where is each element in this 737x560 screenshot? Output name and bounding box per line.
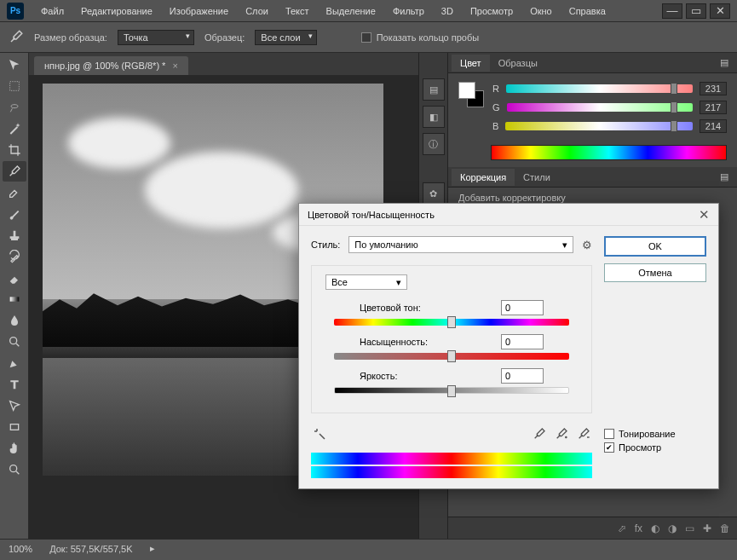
link-layers-icon[interactable]: ⬀ (618, 522, 626, 534)
zoom-level[interactable]: 100% (9, 544, 32, 554)
color-spectrum[interactable] (491, 145, 727, 160)
hue-slider[interactable] (334, 319, 569, 326)
foreground-color-swatch[interactable] (458, 82, 475, 99)
close-button[interactable]: ✕ (710, 3, 730, 19)
delete-layer-icon[interactable]: 🗑 (720, 522, 730, 534)
menu-type[interactable]: Текст (277, 3, 318, 20)
colorize-label: Тонирование (619, 429, 676, 439)
hand-tool[interactable] (3, 438, 26, 459)
colorize-checkbox[interactable] (604, 429, 614, 439)
lightness-label: Яркость: (360, 371, 397, 381)
status-bar: 100% Док: 557,5K/557,5K ▸ (0, 539, 737, 557)
eyedropper-sample-icon[interactable] (531, 425, 548, 442)
eyedropper-tool[interactable] (3, 161, 26, 182)
svg-point-4 (9, 465, 16, 472)
dodge-tool[interactable] (3, 332, 26, 352)
properties-panel-button[interactable]: ◧ (423, 106, 445, 128)
hue-input[interactable] (501, 300, 544, 315)
menu-filter[interactable]: Фильтр (384, 3, 433, 20)
preset-dropdown[interactable]: По умолчанию (348, 236, 573, 253)
sample-size-dropdown[interactable]: Точка (118, 30, 194, 45)
sample-source-dropdown[interactable]: Все слои (255, 30, 316, 45)
eyedropper-subtract-icon[interactable] (575, 425, 592, 442)
minimize-button[interactable]: — (662, 3, 682, 19)
r-slider[interactable] (506, 84, 693, 93)
menu-window[interactable]: Окно (521, 3, 561, 20)
hue-range-bar-top[interactable] (311, 453, 592, 465)
preset-label: Стиль: (311, 240, 340, 250)
dialog-close-icon[interactable]: ✕ (699, 207, 710, 222)
preview-label: Просмотр (619, 442, 661, 453)
targeted-adjust-icon[interactable] (311, 425, 328, 442)
history-brush-tool[interactable] (3, 246, 26, 267)
move-tool[interactable] (3, 55, 26, 75)
ok-button[interactable]: OK (604, 236, 706, 257)
menu-select[interactable]: Выделение (318, 3, 384, 20)
lightness-input[interactable] (501, 368, 544, 384)
status-chevron-icon[interactable]: ▸ (150, 543, 155, 554)
b-value[interactable]: 214 (700, 119, 727, 133)
menu-help[interactable]: Справка (561, 3, 614, 20)
styles-tab[interactable]: Стили (515, 169, 559, 186)
layer-fx-icon[interactable]: fx (635, 522, 642, 534)
history-panel-button[interactable]: ▤ (423, 78, 445, 101)
r-value[interactable]: 231 (700, 82, 727, 95)
g-value[interactable]: 217 (700, 101, 727, 114)
adjustments-tab[interactable]: Коррекция (452, 169, 515, 186)
hue-saturation-dialog: Цветовой тон/Насыщенность ✕ Стиль: По ум… (298, 203, 719, 489)
app-logo: Ps (7, 3, 24, 20)
zoom-tool[interactable] (3, 459, 26, 480)
pen-tool[interactable] (3, 353, 26, 373)
adjustment-layer-icon[interactable]: ◑ (668, 522, 677, 534)
maximize-button[interactable]: ▭ (686, 3, 706, 19)
preset-gear-icon[interactable]: ⚙ (582, 239, 592, 251)
tools-toolbar (0, 53, 29, 539)
menu-image[interactable]: Изображение (161, 3, 237, 20)
menu-edit[interactable]: Редактирование (72, 3, 161, 20)
saturation-slider[interactable] (334, 353, 569, 360)
layer-mask-icon[interactable]: ◐ (651, 522, 659, 534)
menu-layer[interactable]: Слои (237, 3, 277, 20)
crop-tool[interactable] (3, 140, 26, 160)
panel-menu-icon[interactable]: ▤ (715, 55, 734, 70)
cancel-button[interactable]: Отмена (604, 263, 706, 282)
b-slider[interactable] (505, 122, 693, 130)
document-tab[interactable]: нпнр.jpg @ 100% (RGB/8*) * × (34, 56, 188, 75)
menu-view[interactable]: Просмотр (462, 3, 521, 20)
healing-brush-tool[interactable] (3, 182, 26, 203)
info-panel-button[interactable]: ⓘ (423, 133, 445, 155)
magic-wand-tool[interactable] (3, 118, 26, 139)
menu-3d[interactable]: 3D (433, 3, 462, 20)
preview-checkbox[interactable]: ✔ (604, 442, 614, 453)
color-tab[interactable]: Цвет (452, 55, 490, 72)
g-slider[interactable] (507, 103, 693, 112)
sample-size-label: Размер образца: (34, 32, 107, 43)
lightness-slider[interactable] (334, 387, 569, 394)
brush-tool[interactable] (3, 204, 26, 224)
saturation-input[interactable] (501, 334, 544, 349)
hue-range-bar-bottom[interactable] (311, 466, 592, 478)
show-ring-checkbox[interactable] (361, 32, 371, 43)
doc-size-info[interactable]: Док: 557,5K/557,5K (49, 544, 132, 554)
svg-rect-1 (9, 297, 19, 301)
eraser-tool[interactable] (3, 268, 26, 288)
type-tool[interactable] (3, 374, 26, 395)
eyedropper-add-icon[interactable] (553, 425, 570, 442)
swatches-tab[interactable]: Образцы (490, 55, 546, 72)
path-selection-tool[interactable] (3, 395, 26, 416)
channel-dropdown[interactable]: Все (325, 274, 407, 290)
marquee-tool[interactable] (3, 76, 26, 96)
clone-stamp-tool[interactable] (3, 225, 26, 245)
rectangle-tool[interactable] (3, 417, 26, 437)
brushes-panel-button[interactable]: ✿ (423, 182, 445, 205)
blur-tool[interactable] (3, 310, 26, 331)
menu-file[interactable]: Файл (32, 3, 72, 20)
svg-point-2 (9, 338, 16, 344)
new-group-icon[interactable]: ▭ (685, 522, 694, 534)
lasso-tool[interactable] (3, 97, 26, 118)
new-layer-icon[interactable]: ✚ (703, 522, 711, 534)
close-tab-icon[interactable]: × (172, 61, 177, 71)
color-swatch-pair[interactable] (458, 82, 484, 107)
panel-menu-icon-2[interactable]: ▤ (715, 170, 734, 184)
gradient-tool[interactable] (3, 289, 26, 309)
